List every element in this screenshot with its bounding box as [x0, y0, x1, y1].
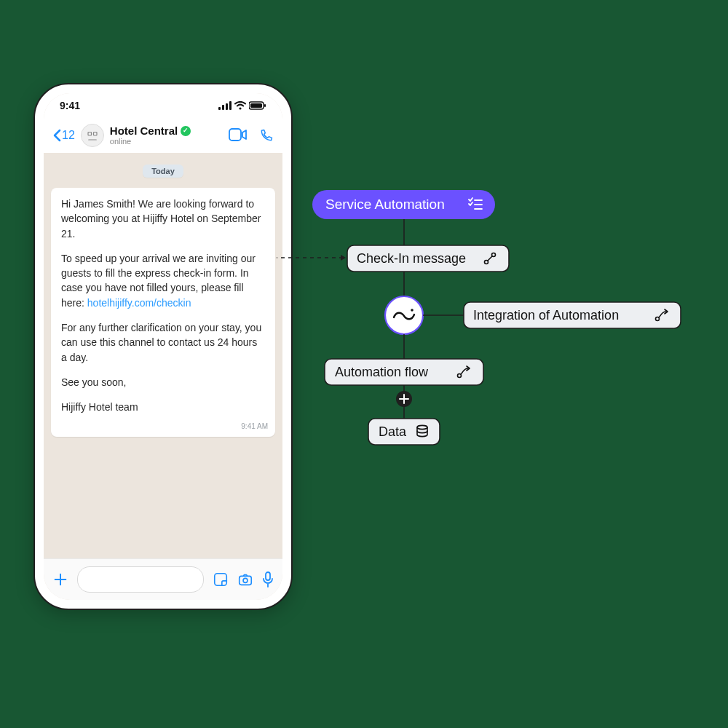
svg-point-4	[239, 107, 241, 109]
date-chip: Today	[143, 165, 183, 178]
message-timestamp: 9:41 AM	[241, 422, 268, 432]
msg-paragraph: Hi James Smith! We are looking forward t…	[61, 197, 265, 241]
checkin-link[interactable]: hotelhijiffy.com/checkin	[87, 297, 191, 309]
svg-rect-1	[222, 105, 224, 110]
status-icons	[218, 101, 266, 110]
svg-rect-11	[215, 574, 227, 586]
video-call-icon[interactable]	[229, 128, 248, 141]
hub-logo-dot	[411, 309, 414, 312]
node-label: Check-In message	[357, 251, 466, 266]
node-label: Automation flow	[335, 365, 429, 379]
message-input[interactable]	[77, 566, 204, 593]
node-label: Integration of Automation	[473, 308, 619, 323]
chat-title[interactable]: Hotel Central ✓	[110, 125, 223, 138]
automation-flow-diagram: Service Automation Check-In message	[277, 131, 713, 480]
phone-screen: 9:41 12 Hotel Central	[44, 93, 282, 600]
chevron-left-icon	[52, 129, 61, 142]
msg-paragraph: Hijiffy Hotel team	[61, 400, 265, 414]
input-bar	[44, 558, 282, 600]
svg-rect-14	[266, 572, 270, 580]
battery-icon	[249, 101, 266, 110]
chat-header: 12 Hotel Central ✓ online	[44, 118, 282, 154]
svg-rect-7	[264, 104, 266, 107]
svg-rect-9	[93, 132, 97, 136]
incoming-message: Hi James Smith! We are looking forward t…	[51, 188, 275, 437]
arrowhead-icon	[341, 255, 346, 261]
cellular-icon	[218, 101, 232, 110]
back-button[interactable]: 12	[52, 129, 75, 142]
phone-notch	[108, 84, 218, 105]
phone-frame: 9:41 12 Hotel Central	[33, 83, 293, 610]
avatar[interactable]	[81, 124, 104, 147]
microphone-icon[interactable]	[262, 571, 274, 587]
clock-text: 9:41	[60, 100, 80, 111]
svg-rect-3	[229, 101, 232, 110]
avatar-placeholder-icon	[86, 129, 99, 142]
phone-call-icon[interactable]	[259, 128, 274, 143]
msg-paragraph: For any further clarification on your st…	[61, 320, 265, 365]
add-node-button[interactable]	[396, 391, 412, 407]
verified-icon: ✓	[181, 126, 191, 136]
svg-point-13	[243, 578, 248, 582]
chat-title-text: Hotel Central	[110, 125, 178, 138]
node-label: Data	[379, 424, 407, 439]
automation-hub[interactable]	[385, 296, 423, 334]
svg-rect-6	[250, 103, 262, 108]
svg-rect-10	[229, 129, 241, 141]
node-label: Service Automation	[325, 197, 445, 212]
node-data[interactable]: Data	[368, 419, 440, 445]
node-check-in-message[interactable]: Check-In message	[347, 245, 509, 272]
camera-icon[interactable]	[237, 571, 253, 587]
node-integration-of-automation[interactable]: Integration of Automation	[464, 302, 681, 328]
back-count: 12	[62, 129, 75, 142]
node-service-automation[interactable]: Service Automation	[312, 190, 495, 219]
chat-body: Today Hi James Smith! We are looking for…	[44, 153, 282, 559]
presence-text: online	[110, 137, 223, 146]
msg-paragraph: See you soon,	[61, 375, 265, 389]
svg-rect-12	[240, 576, 252, 585]
svg-rect-8	[88, 132, 92, 136]
svg-rect-2	[226, 103, 228, 110]
svg-rect-0	[218, 107, 221, 110]
wifi-icon	[234, 101, 246, 110]
node-automation-flow[interactable]: Automation flow	[325, 359, 483, 385]
plus-icon[interactable]	[52, 571, 68, 587]
sticker-icon[interactable]	[213, 571, 229, 587]
msg-paragraph: To speed up your arrival we are inviting…	[61, 251, 265, 310]
